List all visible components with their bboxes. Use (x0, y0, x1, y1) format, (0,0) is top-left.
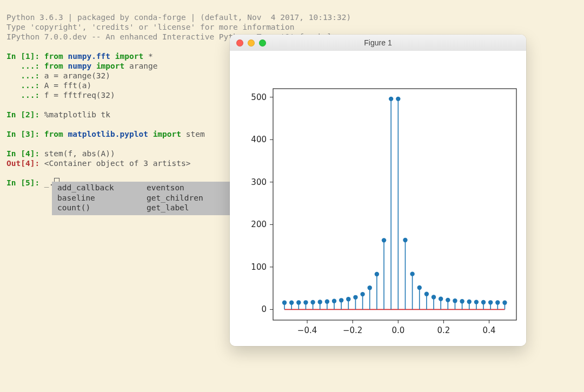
window-titlebar[interactable]: Figure 1 (230, 35, 526, 51)
svg-point-53 (382, 238, 386, 242)
plot-canvas[interactable]: 0100200300400500−0.4−0.20.00.20.4 (230, 51, 526, 346)
autocomplete-item[interactable]: eventson (147, 183, 236, 193)
svg-point-79 (474, 300, 479, 304)
svg-point-81 (481, 300, 486, 304)
traffic-lights (236, 39, 266, 46)
svg-point-35 (318, 300, 322, 304)
svg-point-69 (439, 297, 443, 301)
svg-text:−0.2: −0.2 (343, 325, 362, 335)
svg-point-71 (446, 298, 450, 302)
svg-text:0: 0 (261, 304, 267, 314)
svg-point-87 (502, 301, 507, 305)
svg-point-49 (368, 285, 372, 290)
svg-point-31 (303, 300, 308, 304)
svg-point-51 (375, 272, 379, 276)
svg-point-73 (453, 298, 457, 303)
svg-text:200: 200 (251, 220, 267, 229)
svg-point-29 (296, 300, 301, 304)
svg-text:0.2: 0.2 (437, 325, 450, 335)
autocomplete-item[interactable]: baseline (57, 193, 147, 203)
stem-plot: 0100200300400500−0.4−0.20.00.20.4 (230, 51, 526, 346)
svg-point-83 (488, 300, 493, 304)
close-icon[interactable] (236, 39, 243, 46)
svg-point-55 (389, 97, 393, 101)
autocomplete-item[interactable]: get_children (147, 193, 236, 203)
prompt-out-4: Out[4]: (6, 159, 39, 168)
zoom-icon[interactable] (259, 39, 266, 46)
svg-point-33 (310, 300, 315, 304)
svg-text:100: 100 (251, 262, 267, 272)
svg-point-25 (282, 301, 287, 305)
svg-point-77 (467, 300, 472, 304)
prompt-in-5: In [5]: (6, 178, 39, 187)
svg-point-39 (332, 299, 336, 303)
svg-point-47 (360, 292, 364, 296)
autocomplete-item[interactable]: add_callback (57, 183, 147, 193)
autocomplete-popup[interactable]: add_callback baseline count() eventson g… (52, 182, 241, 215)
svg-rect-0 (273, 89, 516, 320)
svg-point-43 (346, 297, 350, 301)
figure-window[interactable]: Figure 1 0100200300400500−0.4−0.20.00.20… (230, 35, 526, 346)
prompt-in-1: In [1]: (6, 52, 39, 61)
svg-point-63 (417, 285, 422, 290)
svg-point-41 (339, 298, 343, 302)
svg-point-27 (289, 301, 294, 305)
prompt-cont: ...: (6, 62, 39, 70)
svg-point-57 (396, 97, 400, 101)
svg-point-37 (325, 300, 329, 304)
svg-point-75 (460, 299, 464, 303)
svg-point-59 (403, 238, 407, 242)
python-info-line: Type 'copyright', 'credits' or 'license'… (6, 23, 295, 31)
svg-text:300: 300 (251, 177, 267, 187)
svg-point-61 (410, 271, 414, 276)
prompt-in-3: In [3]: (6, 130, 39, 138)
python-version-line: Python 3.6.3 | packaged by conda-forge |… (6, 13, 351, 22)
autocomplete-item[interactable]: count() (57, 203, 147, 213)
svg-point-67 (432, 295, 436, 299)
svg-text:0.0: 0.0 (391, 325, 404, 335)
prompt-in-2: In [2]: (6, 110, 39, 119)
svg-point-65 (424, 292, 429, 296)
svg-point-45 (353, 295, 357, 300)
svg-text:−0.4: −0.4 (297, 325, 317, 335)
prompt-in-4: In [4]: (6, 149, 39, 158)
svg-text:0.4: 0.4 (483, 325, 496, 335)
minimize-icon[interactable] (248, 39, 255, 46)
svg-text:500: 500 (251, 92, 267, 102)
svg-text:400: 400 (251, 135, 267, 144)
window-title: Figure 1 (230, 38, 526, 47)
autocomplete-item[interactable]: get_label (147, 203, 236, 213)
svg-point-85 (495, 300, 500, 304)
